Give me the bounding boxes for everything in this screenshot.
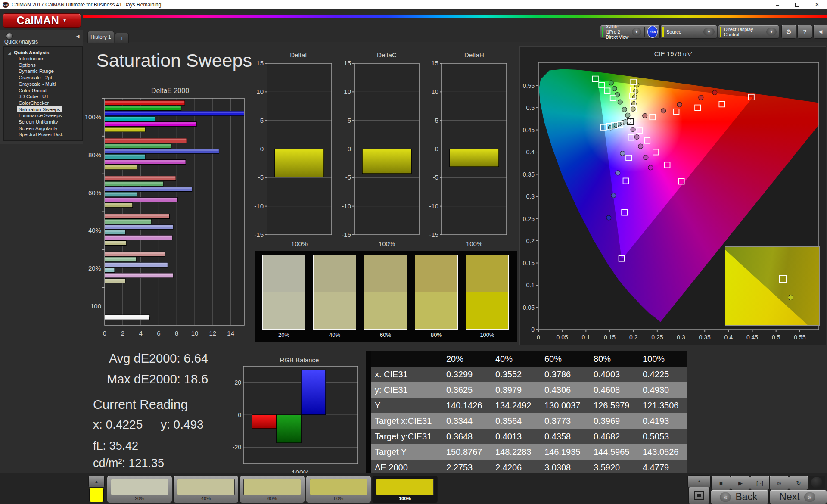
- pattern-button-60%[interactable]: 60%: [239, 476, 305, 503]
- sidebar-item-screen-angularity[interactable]: Screen Angularity: [19, 125, 57, 131]
- pattern-button-40%[interactable]: 40%: [173, 476, 239, 503]
- chevron-down-icon[interactable]: ▼: [703, 28, 715, 36]
- sidebar-item-grayscale-multi[interactable]: Grayscale - Multi: [19, 81, 56, 87]
- swatch-actual: [466, 255, 508, 292]
- tree-root[interactable]: ◢ Quick Analysis: [8, 50, 49, 55]
- svg-text:-10: -10: [429, 202, 438, 210]
- measurement-table: 20%40%60%80%100%x: CIE310.32990.35520.37…: [366, 351, 687, 475]
- sidebar-item-spectral-power-dist-[interactable]: Spectral Power Dist.: [19, 131, 63, 137]
- deltah-chart: DeltaH151050-5-10-15100%: [423, 49, 517, 255]
- stop-button[interactable]: ■: [711, 476, 731, 490]
- tree-expander-icon[interactable]: ◢: [8, 51, 11, 55]
- swatch-label: 20%: [262, 332, 305, 338]
- svg-text:10: 10: [431, 88, 438, 95]
- svg-text:0.55: 0.55: [794, 334, 805, 341]
- transport-popup-button[interactable]: ▲: [687, 475, 711, 487]
- pattern-button-20%[interactable]: 20%: [107, 476, 172, 503]
- table-header-row: 20%40%60%80%100%: [366, 351, 687, 367]
- svg-text:-5: -5: [258, 174, 264, 181]
- close-button[interactable]: ×: [807, 0, 827, 9]
- continuous-button[interactable]: ∞: [769, 476, 789, 490]
- table-cell: 126.5979: [587, 401, 636, 411]
- pattern-button-100%[interactable]: 100%: [372, 476, 438, 503]
- sidebar-item-color-gamut[interactable]: Color Gamut: [19, 87, 47, 93]
- tab-add[interactable]: +: [115, 33, 129, 43]
- table-col-header: 80%: [587, 354, 636, 364]
- sidebar-item-grayscale-2pt[interactable]: Grayscale - 2pt: [19, 75, 52, 81]
- sidebar-item-options[interactable]: Options: [19, 62, 36, 68]
- table-row-label: y: CIE31: [371, 385, 439, 395]
- loop-button[interactable]: ↻: [789, 476, 808, 490]
- svg-text:4: 4: [139, 330, 142, 337]
- svg-text:DeltaC: DeltaC: [377, 51, 397, 59]
- pattern-window-button[interactable]: [688, 487, 710, 504]
- svg-text:-15: -15: [254, 231, 264, 238]
- svg-text:0.35: 0.35: [699, 334, 711, 341]
- pattern-swatch: [111, 479, 168, 495]
- meter-count-badge[interactable]: 236: [647, 26, 658, 38]
- sidebar-item-3d-cube-lut[interactable]: 3D Cube LUT: [19, 93, 49, 100]
- record-indicator: [808, 476, 825, 489]
- svg-text:8: 8: [175, 330, 178, 337]
- table-row: y: CIE310.36250.39790.43060.46080.4930: [366, 382, 687, 398]
- sidebar-header: Quick Analysis: [4, 39, 38, 45]
- sidebar-item-introduction[interactable]: Introduction: [19, 56, 44, 62]
- back-button[interactable]: « Back: [710, 490, 769, 504]
- play-button[interactable]: ▶: [731, 476, 750, 490]
- next-icon: »: [804, 492, 815, 502]
- help-button[interactable]: ?: [797, 25, 812, 39]
- table-col-header: 40%: [488, 354, 538, 364]
- svg-text:0.55: 0.55: [523, 82, 535, 89]
- svg-text:0.2: 0.2: [526, 237, 535, 244]
- pattern-popup-button[interactable]: ▲: [88, 476, 105, 488]
- table-cell: 150.8767: [439, 447, 488, 457]
- table-cell: 0.4193: [636, 416, 685, 426]
- swatch-target: [466, 292, 508, 330]
- pattern-swatch: [376, 479, 434, 495]
- sidebar-item-dynamic-range[interactable]: Dynamic Range: [19, 68, 54, 74]
- sidebar-item-luminance-sweeps[interactable]: Luminance Sweeps: [19, 112, 62, 118]
- table-cell: 0.3786: [538, 370, 587, 380]
- pattern-button-80%[interactable]: 80%: [306, 476, 371, 503]
- sidebar-item-saturation-sweeps[interactable]: Saturation Sweeps: [17, 106, 62, 112]
- table-cell: 146.1935: [538, 447, 587, 457]
- tab-history-1[interactable]: History 1: [87, 31, 114, 43]
- sidebar-item-screen-uniformity[interactable]: Screen Uniformity: [19, 119, 58, 125]
- table-cell: 0.4930: [636, 385, 685, 395]
- table-cell: 0.3564: [488, 416, 538, 426]
- display-control-selector[interactable]: Direct Display Control ▼: [718, 25, 779, 39]
- pattern-window-icon: [694, 491, 704, 500]
- swatch-label: 60%: [364, 332, 407, 338]
- source-selector[interactable]: Source ▼: [660, 25, 717, 39]
- sidebar-item-colorchecker[interactable]: ColorChecker: [19, 100, 49, 106]
- table-cell: 0.4608: [587, 385, 636, 395]
- current-reading-label: Current Reading: [93, 397, 188, 412]
- pattern-color-chip[interactable]: [89, 488, 104, 502]
- table-cell: 144.5965: [587, 447, 636, 457]
- table-row: x: CIE310.32990.35520.37860.40030.4225: [366, 367, 687, 382]
- minimize-button[interactable]: –: [768, 0, 787, 9]
- pattern-label: 40%: [174, 496, 238, 501]
- settings-button[interactable]: ⚙: [781, 25, 796, 39]
- svg-text:DeltaH: DeltaH: [464, 51, 484, 59]
- meter-selector[interactable]: X-Rite i1Pro 2 Direct View ▼ 236: [600, 25, 660, 39]
- table-cell: 0.3625: [439, 385, 488, 395]
- collapse-panel-button[interactable]: ◀: [813, 25, 827, 39]
- svg-text:0: 0: [260, 145, 264, 152]
- calman-menu-button[interactable]: CalMAN ▼: [3, 13, 81, 28]
- table-row-label: Target x:CIE31: [371, 416, 439, 426]
- svg-text:0.45: 0.45: [523, 127, 535, 134]
- pattern-label: 80%: [306, 496, 371, 501]
- svg-text:0.25: 0.25: [651, 334, 663, 341]
- sidebar-collapse-icon[interactable]: ◀: [76, 34, 79, 39]
- chevron-down-icon[interactable]: ▼: [766, 28, 777, 36]
- svg-text:0: 0: [435, 145, 438, 152]
- table-cell: 0.4013: [488, 432, 538, 442]
- step-button[interactable]: [··]: [750, 476, 770, 490]
- display-control-label: Direct Display Control: [724, 27, 766, 37]
- restore-button[interactable]: [787, 0, 807, 9]
- swatch-80%: [415, 255, 458, 330]
- chevron-down-icon[interactable]: ▼: [632, 28, 641, 36]
- next-button[interactable]: Next »: [769, 490, 827, 504]
- svg-text:-15: -15: [429, 231, 438, 238]
